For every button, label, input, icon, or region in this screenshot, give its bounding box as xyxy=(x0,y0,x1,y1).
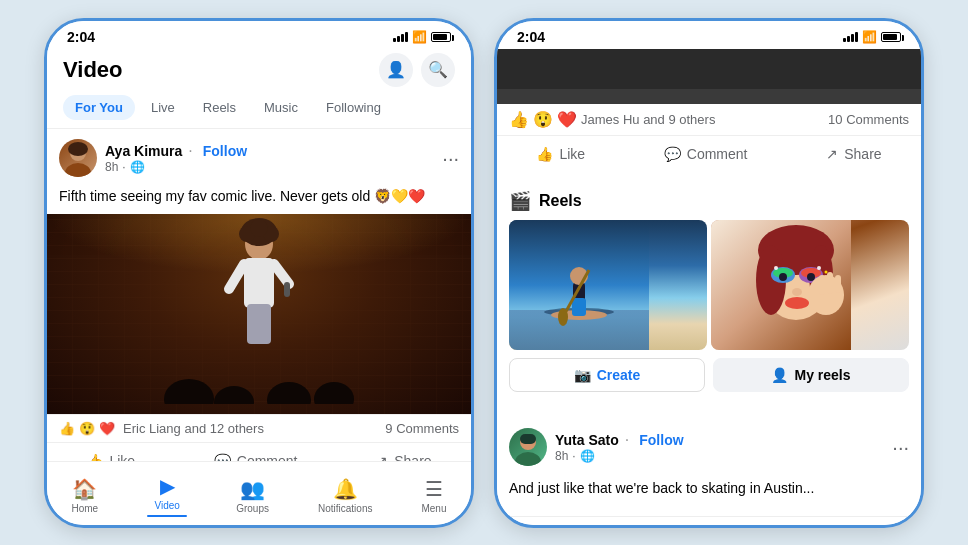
groups-icon: 👥 xyxy=(240,477,265,501)
follow-button-1[interactable]: Follow xyxy=(203,143,247,159)
action-row-1: 👍 Like 💬 Comment ↗ Share xyxy=(47,442,471,460)
post-card-2: Yuta Sato · Follow 8h · 🌐 ··· And just l xyxy=(497,410,921,516)
post-card-1: Aya Kimura · Follow 8h · 🌐 ··· xyxy=(47,129,471,461)
signal-icon xyxy=(393,32,408,42)
follow-button-2[interactable]: Follow xyxy=(639,432,683,448)
reel-thumb-2[interactable] xyxy=(711,220,909,350)
search-icon-button[interactable]: 🔍 xyxy=(421,53,455,87)
share-button-1[interactable]: ↗ Share xyxy=(364,447,443,460)
p2-comment-button[interactable]: 💬 Comment xyxy=(652,140,760,168)
signal-icon-2 xyxy=(843,32,858,42)
tab-music[interactable]: Music xyxy=(252,95,310,120)
svg-rect-20 xyxy=(497,89,924,104)
post-username-1: Aya Kimura xyxy=(105,143,182,159)
like-button-1[interactable]: 👍 Like xyxy=(74,447,147,460)
svg-rect-52 xyxy=(520,434,536,444)
svg-point-14 xyxy=(214,386,254,404)
post-header-1: Aya Kimura · Follow 8h · 🌐 ··· xyxy=(47,129,471,183)
my-reels-button[interactable]: 👤 My reels xyxy=(713,358,909,392)
status-icons-1: 📶 xyxy=(393,30,451,44)
person-icon: 👤 xyxy=(771,367,788,383)
svg-point-13 xyxy=(164,379,214,404)
svg-point-51 xyxy=(515,452,541,466)
svg-point-7 xyxy=(250,219,268,237)
post-image-1[interactable] xyxy=(47,214,471,414)
comments-count-1[interactable]: 9 Comments xyxy=(385,421,459,436)
post-header-2: Yuta Sato · Follow 8h · 🌐 ··· xyxy=(497,418,921,472)
reels-grid xyxy=(497,220,921,358)
comment-icon-1: 💬 xyxy=(214,453,231,460)
avatar-yuta[interactable] xyxy=(509,428,547,466)
nav-groups-1[interactable]: 👥 Groups xyxy=(228,473,277,518)
share-icon-1: ↗ xyxy=(376,453,388,460)
tab-live[interactable]: Live xyxy=(139,95,187,120)
battery-icon xyxy=(431,32,451,42)
p2-comment-icon: 💬 xyxy=(664,146,681,162)
nav-notifications-1[interactable]: 🔔 Notifications xyxy=(310,473,380,518)
more-options-1[interactable]: ··· xyxy=(442,148,459,168)
reels-header: 🎬 Reels xyxy=(497,180,921,220)
svg-point-49 xyxy=(785,297,809,309)
phone-2: 2:04 📶 👍 😲 xyxy=(494,18,924,528)
p2-share-button[interactable]: ↗ Share xyxy=(814,140,893,168)
app-header-1: Video 👤 🔍 For You Live Reels Music Follo… xyxy=(47,49,471,129)
like-icon-1: 👍 xyxy=(86,453,103,460)
nav-home-1[interactable]: 🏠 Home xyxy=(64,473,107,518)
p2-like-button[interactable]: 👍 Like xyxy=(524,140,597,168)
svg-line-9 xyxy=(229,264,244,289)
tab-following[interactable]: Following xyxy=(314,95,393,120)
camera-icon: 📷 xyxy=(574,367,591,383)
wifi-icon: 📶 xyxy=(412,30,427,44)
svg-point-16 xyxy=(314,382,354,404)
time-1: 2:04 xyxy=(67,29,95,45)
svg-point-37 xyxy=(779,273,787,281)
reactions-row-1: 👍 😲 ❤️ Eric Liang and 12 others 9 Commen… xyxy=(47,414,471,442)
reaction-emoji-wow: 😲 xyxy=(79,421,95,436)
svg-rect-47 xyxy=(835,275,841,293)
notifications-icon: 🔔 xyxy=(333,477,358,501)
reaction-emoji-like: 👍 xyxy=(59,421,75,436)
svg-rect-46 xyxy=(827,272,833,294)
tab-for-you[interactable]: For You xyxy=(63,95,135,120)
nav-menu-1[interactable]: ☰ Menu xyxy=(413,473,454,518)
nav-video-2[interactable]: ▶ Video xyxy=(589,525,645,528)
p2-reaction-heart: ❤️ xyxy=(557,110,577,129)
bottom-nav-2: 🏠 Home ▶ Video 👥 Groups 🔔 Notifications … xyxy=(497,516,921,528)
phone1-content: Aya Kimura · Follow 8h · 🌐 ··· xyxy=(47,129,471,461)
svg-point-43 xyxy=(825,270,828,273)
video-icon: ▶ xyxy=(160,474,175,498)
svg-rect-27 xyxy=(572,298,586,316)
nav-video-1[interactable]: ▶ Video xyxy=(139,470,195,521)
tab-reels[interactable]: Reels xyxy=(191,95,248,120)
wifi-icon-2: 📶 xyxy=(862,30,877,44)
svg-point-42 xyxy=(817,266,821,270)
create-reel-button[interactable]: 📷 Create xyxy=(509,358,705,392)
profile-icon-button[interactable]: 👤 xyxy=(379,53,413,87)
post-image-top[interactable] xyxy=(497,49,921,104)
phone-1: 2:04 📶 Video 👤 🔍 xyxy=(44,18,474,528)
reels-title: Reels xyxy=(539,192,582,210)
avatar-aya[interactable] xyxy=(59,139,97,177)
page-title-1: Video xyxy=(63,57,123,83)
post-text-1: Fifth time seeing my fav comic live. Nev… xyxy=(47,183,471,215)
svg-line-10 xyxy=(274,264,289,284)
svg-rect-45 xyxy=(819,275,825,295)
post-meta-2: 8h · 🌐 xyxy=(555,449,684,463)
post-text-2: And just like that we're back to skating… xyxy=(497,472,921,504)
menu-icon: ☰ xyxy=(425,477,443,501)
svg-rect-12 xyxy=(247,304,271,344)
p2-comments-count[interactable]: 10 Comments xyxy=(828,112,909,127)
p2-share-icon: ↗ xyxy=(826,146,838,162)
globe-icon-2: 🌐 xyxy=(580,449,595,463)
reactions-users-1: Eric Liang and 12 others xyxy=(123,421,264,436)
svg-point-2 xyxy=(68,142,88,156)
p2-reaction-wow: 😲 xyxy=(533,110,553,129)
home-icon: 🏠 xyxy=(72,477,97,501)
svg-point-41 xyxy=(774,266,778,270)
reels-actions: 📷 Create 👤 My reels xyxy=(497,358,921,402)
more-options-2[interactable]: ··· xyxy=(892,437,909,457)
reel-thumb-1[interactable] xyxy=(509,220,707,350)
tabs-row: For You Live Reels Music Following xyxy=(63,95,455,120)
svg-point-29 xyxy=(558,308,568,326)
comment-button-1[interactable]: 💬 Comment xyxy=(202,447,310,460)
